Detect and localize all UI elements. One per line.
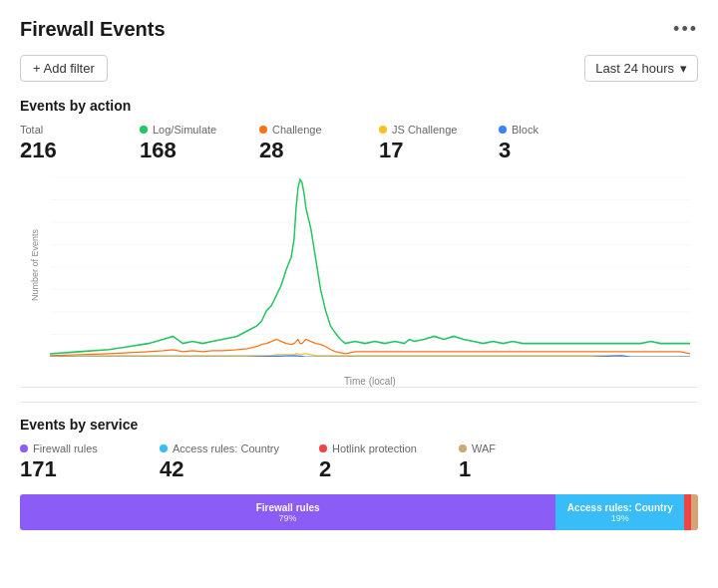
stat-label: Total <box>20 124 110 136</box>
events-by-service-section: Events by service Firewall rules 171 Acc… <box>20 417 698 530</box>
segment-label: Access rules: Country <box>567 502 673 513</box>
legend-dot <box>319 444 327 452</box>
action-stats-row: Total 216 Log/Simulate 168 Challenge 28 … <box>20 124 698 163</box>
stat-label: Firewall rules <box>20 442 120 454</box>
stat-value: 171 <box>20 456 120 482</box>
section-divider <box>20 402 698 403</box>
service-stats-row: Firewall rules 171 Access rules: Country… <box>20 442 698 482</box>
segment-pct: 79% <box>279 513 297 523</box>
stat-label: JS Challenge <box>379 124 469 136</box>
stat-value: 168 <box>140 138 229 163</box>
stat-label: Hotlink protection <box>319 442 419 454</box>
legend-dot <box>140 126 148 134</box>
legend-dot <box>20 444 28 452</box>
action-stat: Log/Simulate 168 <box>140 124 229 163</box>
stat-value: 1 <box>459 456 558 482</box>
action-stat: Challenge 28 <box>259 124 349 163</box>
chart-x-label: Time (local) <box>50 376 690 387</box>
events-by-action-title: Events by action <box>20 98 698 114</box>
segment-label: Firewall rules <box>256 502 320 513</box>
stat-value: 28 <box>259 138 349 163</box>
events-chart: Number of Events 0 10 20 30 40 50 <box>20 173 698 388</box>
stat-label: Challenge <box>259 124 349 136</box>
stat-value: 17 <box>379 138 469 163</box>
service-stat: Hotlink protection 2 <box>319 442 419 482</box>
stat-label: WAF <box>459 442 558 454</box>
stat-value: 42 <box>160 456 279 482</box>
progress-segment: Firewall rules 79% <box>20 494 555 530</box>
progress-segment <box>684 494 691 530</box>
toolbar: + Add filter Last 24 hours ▾ <box>20 55 698 82</box>
chart-plot-area: 0 10 20 30 40 50 60 70 80 08:30 12 PM <box>50 177 690 357</box>
stat-label: Block <box>499 124 588 136</box>
service-progress-bar: Firewall rules 79% Access rules: Country… <box>20 494 698 530</box>
legend-dot <box>379 126 387 134</box>
stat-value: 216 <box>20 138 110 163</box>
service-stat: Access rules: Country 42 <box>160 442 279 482</box>
legend-dot <box>459 444 467 452</box>
segment-pct: 19% <box>611 513 629 523</box>
add-filter-button[interactable]: + Add filter <box>20 55 108 82</box>
action-stat: Block 3 <box>499 124 588 163</box>
service-stat: WAF 1 <box>459 442 558 482</box>
legend-dot <box>259 126 267 134</box>
events-by-service-title: Events by service <box>20 417 698 433</box>
action-stat: JS Challenge 17 <box>379 124 469 163</box>
time-range-select[interactable]: Last 24 hours ▾ <box>584 55 698 82</box>
progress-segment <box>691 494 698 530</box>
progress-segment: Access rules: Country 19% <box>555 494 684 530</box>
page-title: Firewall Events <box>20 18 166 41</box>
events-by-action-section: Events by action Total 216 Log/Simulate … <box>20 98 698 163</box>
more-options-icon[interactable]: ••• <box>673 19 698 40</box>
chart-y-label: Number of Events <box>30 229 40 301</box>
legend-dot <box>499 126 507 134</box>
service-stat: Firewall rules 171 <box>20 442 120 482</box>
page-header: Firewall Events ••• <box>20 18 698 41</box>
stat-label: Access rules: Country <box>160 442 279 454</box>
stat-value: 3 <box>499 138 588 163</box>
chart-svg: 0 10 20 30 40 50 60 70 80 08:30 12 PM <box>50 177 690 357</box>
action-stat: Total 216 <box>20 124 110 163</box>
legend-dot <box>160 444 168 452</box>
stat-value: 2 <box>319 456 419 482</box>
stat-label: Log/Simulate <box>140 124 229 136</box>
